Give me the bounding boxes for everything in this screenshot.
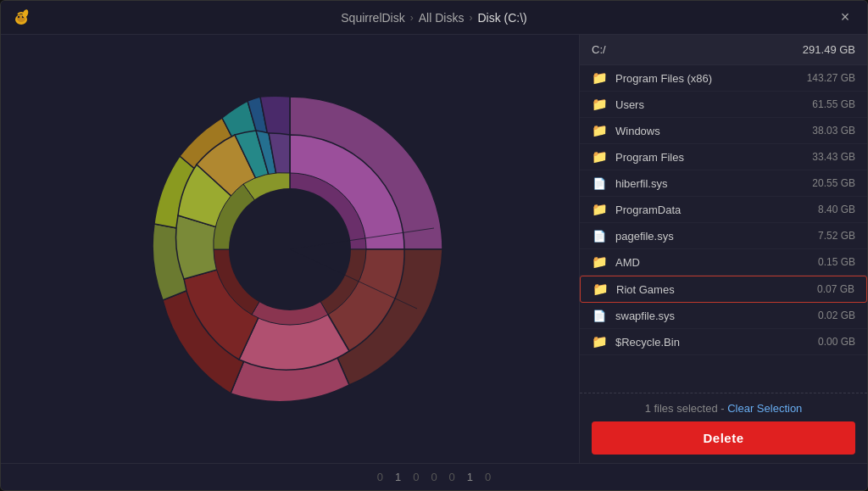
file-name-label: Riot Games bbox=[616, 283, 810, 296]
titlebar-left bbox=[11, 8, 31, 28]
nav-item-2: 1 bbox=[395, 471, 401, 483]
file-list-item[interactable]: 📁$Recycle.Bin0.00 GB bbox=[580, 329, 867, 355]
file-panel-header: C:/ 291.49 GB bbox=[580, 35, 867, 65]
file-list-item[interactable]: 📁Program Files33.43 GB bbox=[580, 144, 867, 170]
close-button[interactable]: × bbox=[833, 6, 857, 30]
file-panel-footer: 1 files selected - Clear Selection Delet… bbox=[580, 393, 867, 463]
titlebar: SquirrelDisk › All Disks › Disk (C:\) × bbox=[1, 1, 867, 35]
file-name-label: Program Files (x86) bbox=[615, 72, 800, 85]
file-name-label: AMD bbox=[615, 256, 811, 269]
file-name-label: ProgramData bbox=[615, 204, 811, 216]
nav-item-6: 1 bbox=[467, 471, 473, 483]
file-list-item[interactable]: 📁Windows38.03 GB bbox=[580, 118, 867, 144]
file-icon: 📄 bbox=[592, 309, 607, 322]
folder-icon: 📁 bbox=[592, 124, 607, 137]
file-name-label: Program Files bbox=[615, 151, 805, 164]
file-list-item[interactable]: 📄pagefile.sys7.52 GB bbox=[580, 223, 867, 249]
file-list: 📁Program Files (x86)143.27 GB📁Users61.55… bbox=[580, 65, 867, 393]
file-size-label: 61.55 GB bbox=[812, 98, 855, 110]
file-size-label: 0.00 GB bbox=[818, 336, 855, 348]
file-size-label: 0.15 GB bbox=[818, 256, 855, 268]
file-name-label: swapfile.sys bbox=[615, 310, 811, 322]
breadcrumb-sep-2: › bbox=[469, 12, 472, 24]
file-icon: 📄 bbox=[592, 229, 607, 243]
nav-item-4: 0 bbox=[431, 471, 437, 483]
file-list-item[interactable]: 📁Program Files (x86)143.27 GB bbox=[580, 65, 867, 92]
root-path-label: C:/ bbox=[592, 43, 606, 56]
breadcrumb-sep-1: › bbox=[410, 12, 414, 24]
file-name-label: pagefile.sys bbox=[615, 230, 811, 243]
app-logo-icon bbox=[11, 8, 31, 28]
svg-point-2 bbox=[18, 15, 19, 17]
selection-text: 1 files selected - bbox=[645, 402, 728, 415]
folder-icon: 📁 bbox=[592, 335, 607, 349]
chart-area bbox=[1, 35, 579, 463]
file-icon: 📄 bbox=[592, 176, 607, 190]
file-list-item[interactable]: 📄hiberfil.sys20.55 GB bbox=[580, 170, 867, 197]
folder-icon: 📁 bbox=[592, 203, 607, 216]
app-window: SquirrelDisk › All Disks › Disk (C:\) × bbox=[0, 0, 868, 491]
main-content: C:/ 291.49 GB 📁Program Files (x86)143.27… bbox=[1, 35, 867, 463]
file-list-item[interactable]: 📁ProgramData8.40 GB bbox=[580, 197, 867, 223]
breadcrumb-squirreldisk[interactable]: SquirrelDisk bbox=[341, 11, 404, 25]
clear-selection-link[interactable]: Clear Selection bbox=[727, 402, 802, 415]
nav-item-3: 0 bbox=[413, 471, 419, 483]
file-name-label: hiberfil.sys bbox=[615, 177, 805, 190]
selection-info: 1 files selected - Clear Selection bbox=[592, 402, 855, 415]
file-size-label: 38.03 GB bbox=[812, 125, 855, 137]
folder-icon: 📁 bbox=[592, 98, 607, 111]
breadcrumb-disk[interactable]: Disk (C:\) bbox=[477, 11, 526, 25]
nav-item-5: 0 bbox=[449, 471, 455, 483]
file-name-label: Windows bbox=[615, 125, 805, 137]
file-list-item[interactable]: 📄swapfile.sys0.02 GB bbox=[580, 303, 867, 329]
folder-icon: 📁 bbox=[592, 71, 607, 85]
delete-button[interactable]: Delete bbox=[592, 421, 855, 455]
breadcrumb: SquirrelDisk › All Disks › Disk (C:\) bbox=[341, 11, 526, 25]
breadcrumb-alldisks[interactable]: All Disks bbox=[419, 11, 465, 25]
file-list-item[interactable]: 📁Riot Games0.07 GB bbox=[580, 276, 867, 303]
file-size-label: 0.07 GB bbox=[817, 283, 854, 295]
file-size-label: 8.40 GB bbox=[818, 204, 855, 215]
folder-icon: 📁 bbox=[593, 282, 608, 296]
file-size-label: 0.02 GB bbox=[818, 310, 855, 321]
file-name-label: $Recycle.Bin bbox=[615, 336, 811, 349]
disk-chart bbox=[112, 71, 468, 427]
file-size-label: 20.55 GB bbox=[812, 177, 855, 189]
file-size-label: 33.43 GB bbox=[812, 151, 855, 163]
folder-icon: 📁 bbox=[592, 255, 607, 269]
root-size-label: 291.49 GB bbox=[803, 43, 855, 56]
nav-item-1: 0 bbox=[377, 471, 383, 483]
file-name-label: Users bbox=[615, 98, 805, 111]
file-list-item[interactable]: 📁AMD0.15 GB bbox=[580, 249, 867, 276]
file-size-label: 7.52 GB bbox=[818, 230, 855, 242]
file-size-label: 143.27 GB bbox=[807, 72, 855, 84]
bottom-nav: 0 1 0 0 0 1 0 bbox=[1, 463, 867, 490]
file-list-item[interactable]: 📁Users61.55 GB bbox=[580, 92, 867, 118]
folder-icon: 📁 bbox=[592, 150, 607, 164]
file-panel: C:/ 291.49 GB 📁Program Files (x86)143.27… bbox=[579, 35, 867, 463]
nav-item-7: 0 bbox=[485, 471, 491, 483]
